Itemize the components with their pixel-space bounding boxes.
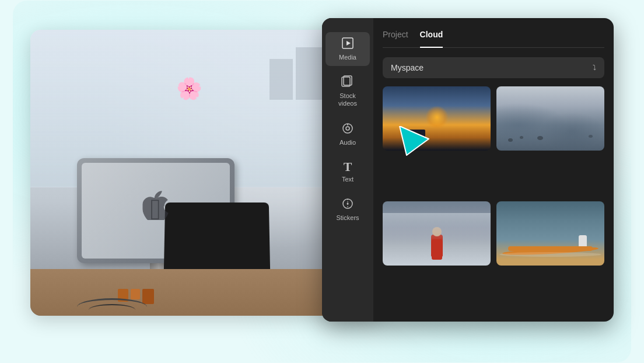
rock-4	[589, 135, 593, 138]
audio-label: Audio	[340, 139, 356, 146]
stickers-label: Stickers	[336, 214, 359, 222]
media-label: Media	[339, 54, 356, 61]
laptop-screen	[164, 203, 270, 273]
content-area: Project Cloud Myspace ⤵	[373, 18, 614, 322]
dropdown-label: Myspace	[391, 63, 424, 72]
stock-videos-label: Stock videos	[332, 92, 363, 107]
text-icon: T	[344, 160, 352, 173]
building-3	[270, 59, 293, 100]
tab-project[interactable]: Project	[383, 30, 408, 43]
snow-mountain	[383, 213, 491, 242]
sidebar: Media Stock videos	[322, 18, 373, 322]
stickers-icon	[341, 197, 354, 212]
kayaker	[579, 235, 587, 249]
cloud-provider-dropdown[interactable]: Myspace ⤵	[383, 57, 604, 78]
svg-point-5	[346, 127, 349, 130]
cable-2	[89, 304, 135, 316]
rock-2	[520, 136, 523, 139]
rock-3	[537, 136, 543, 140]
van-silhouette	[409, 130, 425, 138]
text-label: Text	[342, 176, 354, 183]
rock-1	[508, 138, 513, 142]
flower-decoration: 🌸	[176, 76, 202, 101]
chevron-down-icon: ⤵	[593, 64, 596, 72]
tabs-bar: Project Cloud	[383, 30, 604, 48]
apple-symbol	[143, 191, 169, 220]
media-thumbnail-3[interactable]	[383, 201, 491, 266]
media-grid	[383, 86, 604, 310]
sidebar-item-stock-videos[interactable]: Stock videos	[326, 71, 370, 112]
scene-container: 🌸 	[30, 18, 614, 345]
audio-icon	[341, 122, 354, 137]
svg-marker-1	[346, 41, 351, 46]
sidebar-item-media[interactable]: Media	[326, 32, 370, 66]
water-ripple	[499, 252, 601, 257]
media-panel: Media Stock videos	[322, 18, 614, 322]
tab-cloud[interactable]: Cloud	[420, 30, 443, 43]
media-thumbnail-2[interactable]	[496, 86, 604, 151]
sidebar-item-stickers[interactable]: Stickers	[326, 193, 370, 226]
sidebar-item-audio[interactable]: Audio	[326, 117, 370, 151]
media-thumbnail-1[interactable]	[383, 86, 491, 151]
media-thumbnail-4[interactable]	[496, 201, 604, 266]
stock-videos-icon	[341, 75, 354, 90]
sun-glow	[425, 106, 449, 129]
sidebar-item-text[interactable]: T Text	[326, 156, 370, 188]
building-2	[296, 47, 325, 100]
media-icon	[341, 37, 354, 51]
